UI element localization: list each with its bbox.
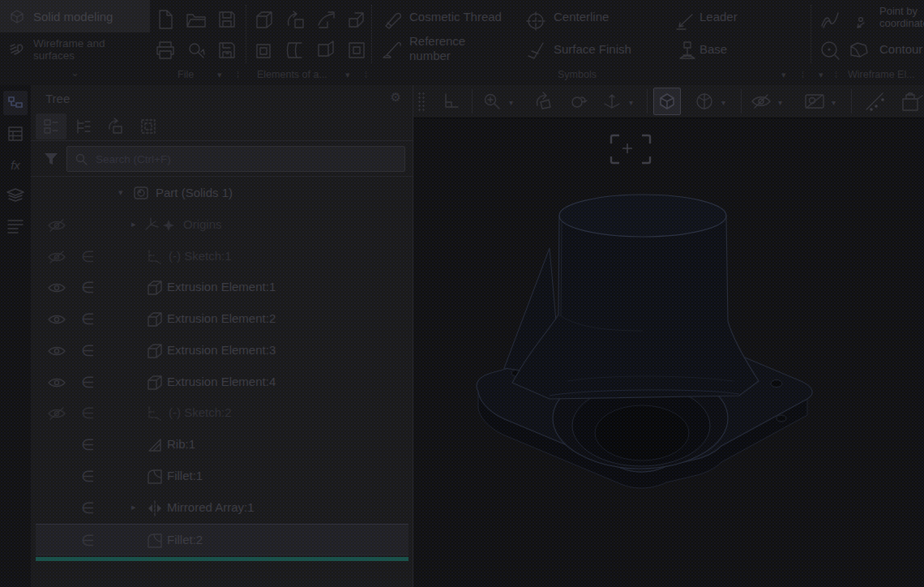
new-document-button[interactable] bbox=[152, 6, 178, 32]
tab-wireframe-surfaces[interactable]: Wireframe andsurfaces bbox=[0, 32, 150, 66]
tree-item-extrusion3[interactable]: ∈ Extrusion Element:3 bbox=[36, 335, 409, 366]
save-button[interactable] bbox=[214, 6, 240, 32]
view-orientation-button[interactable] bbox=[691, 88, 718, 115]
tree-tab-history[interactable] bbox=[101, 114, 131, 139]
tree-item-extrusion4[interactable]: ∈ Extrusion Element:4 bbox=[36, 366, 409, 398]
eye-hidden-icon[interactable] bbox=[47, 251, 66, 264]
tree-item-origins[interactable]: ▸ Origins bbox=[36, 209, 409, 241]
tree-tab-layout[interactable] bbox=[133, 114, 164, 139]
isometric-view-button[interactable] bbox=[653, 88, 681, 115]
base-button[interactable] bbox=[674, 37, 700, 63]
base-label[interactable]: Base bbox=[699, 42, 727, 56]
tree-item-part[interactable]: ▾ Part (Solids 1) bbox=[36, 178, 409, 209]
elements-group-pin[interactable]: ⁞ bbox=[365, 70, 367, 79]
eye-icon[interactable] bbox=[47, 376, 66, 389]
rail-variables-button[interactable]: fx bbox=[3, 152, 28, 177]
ribbon-tabs-expander[interactable]: ⌄ bbox=[0, 66, 150, 84]
coordinate-axes-button[interactable] bbox=[598, 88, 626, 115]
centerline-button[interactable] bbox=[524, 8, 550, 34]
hide-dropdown-icon[interactable]: ▾ bbox=[778, 98, 782, 107]
rail-parameters-button[interactable] bbox=[3, 122, 28, 146]
tree-tab-composition[interactable] bbox=[68, 114, 99, 139]
expand-down-icon[interactable]: ▾ bbox=[118, 187, 123, 198]
leader-button[interactable] bbox=[673, 8, 699, 34]
wireframe-group-pin[interactable]: ⁞ bbox=[835, 70, 837, 79]
symbols-group-dropdown[interactable]: ▾ bbox=[781, 70, 786, 80]
point-by-coordinates-button[interactable] bbox=[849, 10, 875, 36]
orientation-dropdown-icon[interactable]: ▾ bbox=[721, 98, 725, 107]
cosmetic-thread-button[interactable] bbox=[379, 6, 405, 32]
extrude-button[interactable] bbox=[251, 6, 277, 32]
eye-icon[interactable] bbox=[47, 313, 66, 326]
section-view-button[interactable] bbox=[898, 88, 924, 115]
shell-button[interactable] bbox=[313, 37, 339, 63]
open-document-button[interactable] bbox=[183, 6, 209, 32]
eye-icon[interactable] bbox=[47, 281, 66, 294]
save-as-button[interactable] bbox=[214, 37, 240, 63]
display-dropdown-icon[interactable]: ▾ bbox=[832, 98, 836, 107]
tree-item-fillet1[interactable]: ∈ Fillet:1 bbox=[36, 461, 409, 492]
file-group-dropdown[interactable]: ▾ bbox=[217, 70, 222, 80]
wireframe-group-dropdown[interactable]: ▾ bbox=[819, 70, 823, 80]
rail-tree-button[interactable] bbox=[3, 91, 28, 115]
rotate-around-point-button[interactable] bbox=[564, 88, 592, 115]
print-button[interactable] bbox=[152, 37, 178, 63]
expand-right-icon[interactable]: ▸ bbox=[131, 502, 136, 512]
circle-button[interactable] bbox=[817, 37, 843, 63]
sketch-mode-button[interactable] bbox=[438, 88, 465, 115]
symbols-group-pin[interactable]: ⁞ bbox=[802, 70, 804, 79]
rotate-button[interactable] bbox=[530, 88, 558, 115]
tree-item-extrusion1[interactable]: ∈ Extrusion Element:1 bbox=[36, 272, 409, 303]
elements-group-dropdown[interactable]: ▾ bbox=[345, 70, 350, 80]
point-by-coordinates-label-1[interactable]: Point by bbox=[879, 5, 918, 17]
tree-search-input[interactable] bbox=[94, 152, 396, 166]
toolbar-separator bbox=[647, 89, 648, 114]
tree-item-rib1[interactable]: ∈ Rib:1 bbox=[36, 429, 409, 461]
hide-objects-button[interactable] bbox=[747, 88, 775, 115]
cut-button[interactable] bbox=[282, 37, 308, 63]
zoom-area-button[interactable] bbox=[478, 88, 506, 115]
centerline-label[interactable]: Centerline bbox=[554, 10, 609, 24]
filter-icon[interactable] bbox=[41, 148, 62, 169]
leader-label[interactable]: Leader bbox=[699, 10, 738, 24]
sweep-button[interactable] bbox=[313, 6, 339, 32]
rail-layers-button[interactable] bbox=[3, 183, 28, 208]
toolbar-grip-handle[interactable] bbox=[417, 92, 426, 111]
point-by-coordinates-label-2[interactable]: coordinates bbox=[879, 17, 924, 29]
3d-model-part[interactable] bbox=[454, 178, 835, 519]
revolve-button[interactable] bbox=[282, 6, 308, 32]
tree-item-sketch1[interactable]: ∈ (-) Sketch:1 bbox=[36, 241, 409, 272]
tree-item-fillet2[interactable]: ∈ Fillet:2 bbox=[36, 524, 409, 555]
preview-button[interactable] bbox=[183, 37, 209, 63]
eye-icon[interactable] bbox=[47, 345, 66, 358]
tree-item-mirrored-array1[interactable]: ∈ ▸ Mirrored Array:1 bbox=[36, 492, 409, 524]
expand-right-icon[interactable]: ▸ bbox=[131, 219, 136, 229]
surface-finish-button[interactable] bbox=[524, 37, 550, 63]
tab-solid-modeling[interactable]: Solid modeling bbox=[0, 0, 150, 32]
spline-button[interactable] bbox=[817, 6, 843, 32]
cosmetic-thread-label[interactable]: Cosmetic Thread bbox=[409, 10, 502, 24]
tree-settings-gear-icon[interactable]: ⚙ bbox=[391, 90, 401, 105]
axes-dropdown-icon[interactable]: ▾ bbox=[629, 98, 633, 107]
reference-number-label-2[interactable]: number bbox=[409, 49, 451, 62]
measure-button[interactable] bbox=[861, 88, 888, 115]
tree-tab-structure[interactable] bbox=[36, 114, 66, 139]
tree-item-sketch2[interactable]: ∈ (-) Sketch:2 bbox=[36, 397, 409, 429]
display-mode-button[interactable] bbox=[801, 88, 828, 115]
eye-hidden-icon[interactable] bbox=[47, 219, 66, 232]
zoom-dropdown-icon[interactable]: ▾ bbox=[509, 98, 513, 107]
reference-number-label-1[interactable]: Reference bbox=[409, 34, 465, 48]
tree-item-extrusion2[interactable]: ∈ Extrusion Element:2 bbox=[36, 303, 409, 335]
file-group-pin[interactable]: ⁞ bbox=[237, 70, 239, 79]
eye-hidden-icon[interactable] bbox=[47, 407, 66, 420]
viewport[interactable]: ▾ ▾ ▾ ▾ bbox=[413, 85, 924, 587]
section-icon: ∈ bbox=[81, 278, 95, 297]
pattern-button[interactable] bbox=[344, 37, 370, 63]
contour-label[interactable]: Contour bbox=[879, 42, 922, 56]
reference-number-button[interactable] bbox=[379, 36, 405, 62]
surface-finish-label[interactable]: Surface Finish bbox=[554, 42, 631, 56]
loft-button[interactable] bbox=[344, 6, 370, 32]
rail-structure-button[interactable] bbox=[3, 214, 28, 238]
boss-button[interactable] bbox=[251, 37, 277, 63]
contour-button[interactable] bbox=[846, 37, 872, 63]
